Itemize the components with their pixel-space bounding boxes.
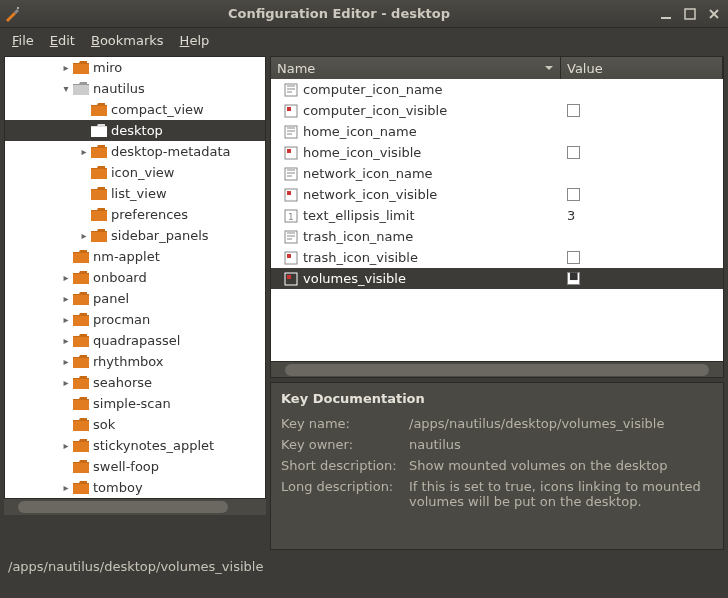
svg-rect-18 [73, 379, 89, 389]
key-value: 3 [567, 208, 575, 223]
tree-item-miro[interactable]: ▸miro [5, 57, 265, 78]
key-type-icon [283, 166, 299, 182]
collapse-icon[interactable]: ▾ [59, 82, 73, 96]
doc-row: Key name:/apps/nautilus/desktop/volumes_… [281, 416, 713, 431]
expand-icon[interactable]: ▸ [77, 229, 91, 243]
folder-icon [73, 271, 89, 285]
minimize-button[interactable] [656, 4, 676, 24]
expand-icon[interactable]: ▸ [59, 271, 73, 285]
tree-item-label: tomboy [93, 480, 143, 495]
key-name: trash_icon_name [303, 229, 413, 244]
key-row-volumes_visible[interactable]: volumes_visible [271, 268, 723, 289]
key-row-home_icon_visible[interactable]: home_icon_visible [271, 142, 723, 163]
svg-rect-9 [91, 190, 107, 200]
expand-icon[interactable]: ▸ [59, 439, 73, 453]
tree-item-tomboy[interactable]: ▸tomboy [5, 477, 265, 498]
tree-item-icon_view[interactable]: ·icon_view [5, 162, 265, 183]
expand-icon[interactable]: ▸ [59, 376, 73, 390]
svg-rect-14 [73, 295, 89, 305]
key-row-text_ellipsis_limit[interactable]: 1text_ellipsis_limit3 [271, 205, 723, 226]
checkbox[interactable] [567, 146, 580, 159]
tree-item-label: sok [93, 417, 115, 432]
tree-item-panel[interactable]: ▸panel [5, 288, 265, 309]
titlebar: Configuration Editor - desktop [0, 0, 728, 28]
menu-file[interactable]: File [6, 31, 40, 50]
tree-item-onboard[interactable]: ▸onboard [5, 267, 265, 288]
maximize-button[interactable] [680, 4, 700, 24]
doc-heading: Key Documentation [281, 391, 713, 406]
folder-icon [91, 208, 107, 222]
tree-item-procman[interactable]: ▸procman [5, 309, 265, 330]
key-row-network_icon_name[interactable]: network_icon_name [271, 163, 723, 184]
tree-item-rhythmbox[interactable]: ▸rhythmbox [5, 351, 265, 372]
svg-rect-16 [73, 337, 89, 347]
svg-rect-12 [73, 253, 89, 263]
svg-rect-4 [73, 85, 89, 95]
tree-item-seahorse[interactable]: ▸seahorse [5, 372, 265, 393]
svg-text:1: 1 [288, 212, 294, 222]
key-row-computer_icon_visible[interactable]: computer_icon_visible [271, 100, 723, 121]
menu-edit[interactable]: Edit [44, 31, 81, 50]
folder-icon [73, 397, 89, 411]
menubar: FileEditBookmarksHelp [0, 28, 728, 52]
svg-rect-20 [73, 421, 89, 431]
folder-icon [91, 145, 107, 159]
key-name: home_icon_name [303, 124, 417, 139]
checkbox[interactable] [567, 104, 580, 117]
key-name: trash_icon_visible [303, 250, 418, 265]
tree-item-label: swell-foop [93, 459, 159, 474]
expand-icon[interactable]: ▸ [59, 313, 73, 327]
doc-row: Key owner:nautilus [281, 437, 713, 452]
tree-item-nautilus[interactable]: ▾nautilus [5, 78, 265, 99]
key-type-icon [283, 187, 299, 203]
tree-item-quadrapassel[interactable]: ▸quadrapassel [5, 330, 265, 351]
tree-item-label: onboard [93, 270, 147, 285]
expand-icon[interactable]: ▸ [59, 481, 73, 495]
key-name: text_ellipsis_limit [303, 208, 415, 223]
svg-rect-10 [91, 211, 107, 221]
svg-rect-29 [287, 149, 291, 153]
svg-rect-21 [73, 442, 89, 452]
checkbox[interactable] [567, 251, 580, 264]
key-row-network_icon_visible[interactable]: network_icon_visible [271, 184, 723, 205]
tree-pane[interactable]: ▸miro▾nautilus·compact_view·desktop▸desk… [4, 56, 266, 499]
folder-icon [91, 103, 107, 117]
svg-rect-13 [73, 274, 89, 284]
tree-item-preferences[interactable]: ·preferences [5, 204, 265, 225]
tree-item-desktop[interactable]: ·desktop [5, 120, 265, 141]
tree-item-sidebar_panels[interactable]: ▸sidebar_panels [5, 225, 265, 246]
checkbox[interactable] [567, 188, 580, 201]
expand-icon[interactable]: ▸ [59, 292, 73, 306]
tree-hscrollbar[interactable] [4, 499, 266, 515]
tree-item-simple-scan[interactable]: ·simple-scan [5, 393, 265, 414]
tree-item-list_view[interactable]: ·list_view [5, 183, 265, 204]
column-header-name[interactable]: Name [271, 57, 561, 79]
folder-icon [73, 460, 89, 474]
expand-icon[interactable]: ▸ [77, 145, 91, 159]
column-header-value[interactable]: Value [561, 57, 723, 79]
tree-item-compact_view[interactable]: ·compact_view [5, 99, 265, 120]
tree-item-nm-applet[interactable]: ·nm-applet [5, 246, 265, 267]
expand-icon[interactable]: ▸ [59, 334, 73, 348]
column-header-name-label: Name [277, 61, 315, 76]
checkbox[interactable] [567, 272, 580, 285]
menu-bookmarks[interactable]: Bookmarks [85, 31, 170, 50]
key-type-icon: 1 [283, 208, 299, 224]
key-type-icon [283, 229, 299, 245]
key-type-icon [283, 124, 299, 140]
menu-help[interactable]: Help [174, 31, 216, 50]
key-row-trash_icon_visible[interactable]: trash_icon_visible [271, 247, 723, 268]
tree-item-desktop-metadata[interactable]: ▸desktop-metadata [5, 141, 265, 162]
key-row-computer_icon_name[interactable]: computer_icon_name [271, 79, 723, 100]
key-row-trash_icon_name[interactable]: trash_icon_name [271, 226, 723, 247]
tree-item-sok[interactable]: ·sok [5, 414, 265, 435]
tree-item-swell-foop[interactable]: ·swell-foop [5, 456, 265, 477]
expand-icon[interactable]: ▸ [59, 355, 73, 369]
expand-icon[interactable]: ▸ [59, 61, 73, 75]
key-row-home_icon_name[interactable]: home_icon_name [271, 121, 723, 142]
keylist-hscrollbar[interactable] [271, 361, 723, 377]
tree-item-stickynotes_applet[interactable]: ▸stickynotes_applet [5, 435, 265, 456]
doc-value: /apps/nautilus/desktop/volumes_visible [409, 416, 713, 431]
close-button[interactable] [704, 4, 724, 24]
key-list-body[interactable]: computer_icon_namecomputer_icon_visibleh… [271, 79, 723, 361]
